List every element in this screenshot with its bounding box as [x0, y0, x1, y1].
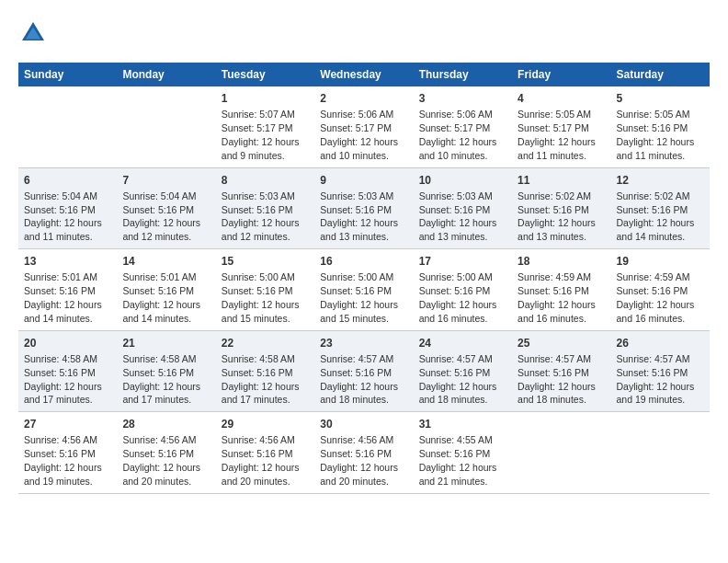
day-number: 25 [518, 336, 605, 350]
day-number: 2 [320, 91, 407, 106]
calendar-week-row: 27Sunrise: 4:56 AM Sunset: 5:16 PM Dayli… [18, 412, 710, 494]
day-info: Sunrise: 4:56 AM Sunset: 5:16 PM Dayligh… [122, 434, 200, 487]
day-info: Sunrise: 5:05 AM Sunset: 5:17 PM Dayligh… [518, 109, 596, 161]
calendar-table: SundayMondayTuesdayWednesdayThursdayFrid… [18, 63, 710, 494]
day-info: Sunrise: 5:02 AM Sunset: 5:16 PM Dayligh… [518, 190, 596, 243]
day-info: Sunrise: 4:58 AM Sunset: 5:16 PM Dayligh… [122, 353, 200, 406]
day-info: Sunrise: 4:59 AM Sunset: 5:16 PM Dayligh… [617, 271, 695, 324]
day-number: 18 [518, 254, 605, 269]
day-info: Sunrise: 4:56 AM Sunset: 5:16 PM Dayligh… [222, 434, 300, 487]
calendar-cell: 18Sunrise: 4:59 AM Sunset: 5:16 PM Dayli… [512, 249, 610, 331]
day-info: Sunrise: 4:57 AM Sunset: 5:16 PM Dayligh… [518, 353, 596, 406]
day-number: 23 [320, 336, 407, 350]
calendar-cell: 22Sunrise: 4:58 AM Sunset: 5:16 PM Dayli… [216, 330, 314, 412]
calendar-cell: 3Sunrise: 5:06 AM Sunset: 5:17 PM Daylig… [414, 86, 512, 167]
page-header [18, 18, 710, 48]
calendar-header-row: SundayMondayTuesdayWednesdayThursdayFrid… [18, 63, 710, 86]
calendar-cell: 1Sunrise: 5:07 AM Sunset: 5:17 PM Daylig… [216, 86, 314, 167]
calendar-cell: 26Sunrise: 4:57 AM Sunset: 5:16 PM Dayli… [611, 330, 710, 412]
column-header-sunday: Sunday [18, 63, 117, 86]
calendar-cell: 6Sunrise: 5:04 AM Sunset: 5:16 PM Daylig… [18, 167, 117, 249]
calendar-cell: 4Sunrise: 5:05 AM Sunset: 5:17 PM Daylig… [512, 86, 610, 167]
calendar-cell: 25Sunrise: 4:57 AM Sunset: 5:16 PM Dayli… [512, 330, 610, 412]
calendar-cell: 30Sunrise: 4:56 AM Sunset: 5:16 PM Dayli… [314, 412, 413, 494]
day-number: 27 [24, 417, 111, 431]
day-info: Sunrise: 5:03 AM Sunset: 5:16 PM Dayligh… [419, 190, 497, 243]
day-info: Sunrise: 4:55 AM Sunset: 5:16 PM Dayligh… [419, 434, 497, 487]
day-info: Sunrise: 5:06 AM Sunset: 5:17 PM Dayligh… [419, 109, 497, 161]
day-number: 28 [122, 417, 210, 431]
day-number: 17 [419, 254, 506, 269]
calendar-cell: 31Sunrise: 4:55 AM Sunset: 5:16 PM Dayli… [414, 412, 512, 494]
day-number: 14 [122, 254, 210, 269]
calendar-cell: 27Sunrise: 4:56 AM Sunset: 5:16 PM Dayli… [18, 412, 117, 494]
logo [18, 18, 50, 48]
day-info: Sunrise: 4:58 AM Sunset: 5:16 PM Dayligh… [24, 353, 102, 406]
column-header-tuesday: Tuesday [216, 63, 314, 86]
day-info: Sunrise: 4:57 AM Sunset: 5:16 PM Dayligh… [617, 353, 695, 406]
day-info: Sunrise: 5:04 AM Sunset: 5:16 PM Dayligh… [24, 190, 102, 243]
calendar-cell: 15Sunrise: 5:00 AM Sunset: 5:16 PM Dayli… [216, 249, 314, 331]
calendar-cell: 16Sunrise: 5:00 AM Sunset: 5:16 PM Dayli… [314, 249, 413, 331]
day-number: 6 [24, 173, 111, 188]
day-info: Sunrise: 5:01 AM Sunset: 5:16 PM Dayligh… [122, 271, 200, 324]
day-number: 13 [24, 254, 111, 269]
day-info: Sunrise: 5:00 AM Sunset: 5:16 PM Dayligh… [419, 271, 497, 324]
calendar-week-row: 20Sunrise: 4:58 AM Sunset: 5:16 PM Dayli… [18, 330, 710, 412]
day-number: 15 [222, 254, 309, 269]
day-number: 10 [419, 173, 506, 188]
calendar-cell [611, 412, 710, 494]
calendar-cell [512, 412, 610, 494]
day-number: 16 [320, 254, 407, 269]
calendar-cell: 10Sunrise: 5:03 AM Sunset: 5:16 PM Dayli… [414, 167, 512, 249]
day-number: 1 [222, 91, 309, 106]
day-info: Sunrise: 5:00 AM Sunset: 5:16 PM Dayligh… [222, 271, 300, 324]
day-info: Sunrise: 5:02 AM Sunset: 5:16 PM Dayligh… [617, 190, 695, 243]
day-number: 3 [419, 91, 506, 106]
day-number: 11 [518, 173, 605, 188]
day-number: 4 [518, 91, 605, 106]
day-number: 8 [222, 173, 309, 188]
calendar-cell: 13Sunrise: 5:01 AM Sunset: 5:16 PM Dayli… [18, 249, 117, 331]
day-info: Sunrise: 4:57 AM Sunset: 5:16 PM Dayligh… [419, 353, 497, 406]
column-header-wednesday: Wednesday [314, 63, 413, 86]
day-info: Sunrise: 4:56 AM Sunset: 5:16 PM Dayligh… [320, 434, 398, 487]
calendar-cell: 28Sunrise: 4:56 AM Sunset: 5:16 PM Dayli… [117, 412, 215, 494]
day-number: 21 [122, 336, 210, 350]
calendar-cell: 23Sunrise: 4:57 AM Sunset: 5:16 PM Dayli… [314, 330, 413, 412]
day-info: Sunrise: 5:01 AM Sunset: 5:16 PM Dayligh… [24, 271, 102, 324]
day-number: 29 [222, 417, 309, 431]
calendar-cell: 9Sunrise: 5:03 AM Sunset: 5:16 PM Daylig… [314, 167, 413, 249]
day-info: Sunrise: 5:03 AM Sunset: 5:16 PM Dayligh… [222, 190, 300, 243]
logo-icon [18, 18, 48, 48]
day-info: Sunrise: 4:58 AM Sunset: 5:16 PM Dayligh… [222, 353, 300, 406]
calendar-cell: 8Sunrise: 5:03 AM Sunset: 5:16 PM Daylig… [216, 167, 314, 249]
day-info: Sunrise: 5:07 AM Sunset: 5:17 PM Dayligh… [222, 109, 300, 161]
day-info: Sunrise: 4:57 AM Sunset: 5:16 PM Dayligh… [320, 353, 398, 406]
calendar-week-row: 13Sunrise: 5:01 AM Sunset: 5:16 PM Dayli… [18, 249, 710, 331]
calendar-cell: 20Sunrise: 4:58 AM Sunset: 5:16 PM Dayli… [18, 330, 117, 412]
calendar-week-row: 1Sunrise: 5:07 AM Sunset: 5:17 PM Daylig… [18, 86, 710, 167]
calendar-cell: 21Sunrise: 4:58 AM Sunset: 5:16 PM Dayli… [117, 330, 215, 412]
calendar-cell [18, 86, 117, 167]
day-number: 12 [617, 173, 704, 188]
day-info: Sunrise: 4:59 AM Sunset: 5:16 PM Dayligh… [518, 271, 596, 324]
calendar-cell [117, 86, 215, 167]
day-number: 31 [419, 417, 506, 431]
column-header-monday: Monday [117, 63, 215, 86]
day-number: 24 [419, 336, 506, 350]
calendar-cell: 14Sunrise: 5:01 AM Sunset: 5:16 PM Dayli… [117, 249, 215, 331]
day-number: 20 [24, 336, 111, 350]
day-number: 9 [320, 173, 407, 188]
day-number: 19 [617, 254, 704, 269]
column-header-saturday: Saturday [611, 63, 710, 86]
calendar-cell: 24Sunrise: 4:57 AM Sunset: 5:16 PM Dayli… [414, 330, 512, 412]
day-info: Sunrise: 5:00 AM Sunset: 5:16 PM Dayligh… [320, 271, 398, 324]
column-header-friday: Friday [512, 63, 610, 86]
day-number: 7 [122, 173, 210, 188]
calendar-cell: 17Sunrise: 5:00 AM Sunset: 5:16 PM Dayli… [414, 249, 512, 331]
day-info: Sunrise: 5:06 AM Sunset: 5:17 PM Dayligh… [320, 109, 398, 161]
day-info: Sunrise: 5:04 AM Sunset: 5:16 PM Dayligh… [122, 190, 200, 243]
calendar-cell: 12Sunrise: 5:02 AM Sunset: 5:16 PM Dayli… [611, 167, 710, 249]
day-number: 26 [617, 336, 704, 350]
